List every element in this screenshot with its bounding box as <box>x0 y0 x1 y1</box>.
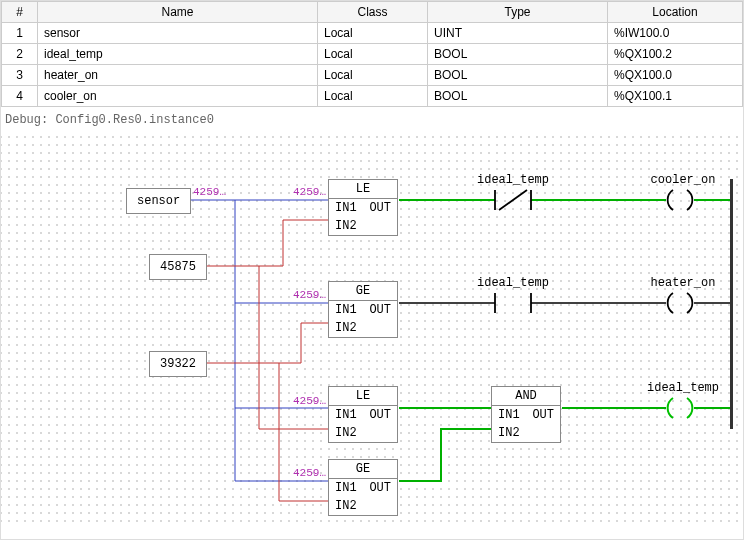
table-row[interactable]: 3 heater_on Local BOOL %QX100.0 <box>2 65 743 86</box>
row-location[interactable]: %QX100.1 <box>608 86 743 107</box>
row-class[interactable]: Local <box>318 86 428 107</box>
fb-pin-in1: IN1 <box>335 481 357 495</box>
coil-label-cooler-on: cooler_on <box>641 173 725 187</box>
col-location[interactable]: Location <box>608 2 743 23</box>
debug-instance-label: Debug: Config0.Res0.instance0 <box>5 113 743 127</box>
variable-table[interactable]: # Name Class Type Location 1 sensor Loca… <box>1 1 743 107</box>
row-type[interactable]: BOOL <box>428 86 608 107</box>
fb-pin-in2: IN2 <box>335 321 357 335</box>
fb-ge-1[interactable]: GE IN1OUT IN2 <box>328 281 398 338</box>
row-type[interactable]: BOOL <box>428 65 608 86</box>
fb-le-2[interactable]: LE IN1OUT IN2 <box>328 386 398 443</box>
row-num: 1 <box>2 23 38 44</box>
fb-title: GE <box>329 282 397 301</box>
ladder-canvas[interactable]: sensor 45875 39322 LE IN1OUT IN2 GE IN1O… <box>1 131 744 527</box>
fb-title: GE <box>329 460 397 479</box>
wire-value-le2-in1: 4259… <box>293 395 326 407</box>
wire-value-ge1-in1: 4259… <box>293 289 326 301</box>
col-name[interactable]: Name <box>38 2 318 23</box>
row-location[interactable]: %QX100.2 <box>608 44 743 65</box>
row-name[interactable]: ideal_temp <box>38 44 318 65</box>
row-class[interactable]: Local <box>318 23 428 44</box>
fb-pin-out: OUT <box>369 303 391 317</box>
row-class[interactable]: Local <box>318 44 428 65</box>
row-name[interactable]: cooler_on <box>38 86 318 107</box>
fb-pin-in2: IN2 <box>498 426 520 440</box>
row-location[interactable]: %IW100.0 <box>608 23 743 44</box>
wire-value-sensor-out: 4259… <box>193 186 226 198</box>
wire-value-le1-in1: 4259… <box>293 186 326 198</box>
coil-label-ideal-temp: ideal_temp <box>641 381 725 395</box>
fb-pin-in2: IN2 <box>335 426 357 440</box>
row-location[interactable]: %QX100.0 <box>608 65 743 86</box>
fb-pin-out: OUT <box>532 408 554 422</box>
fb-title: LE <box>329 180 397 199</box>
col-num[interactable]: # <box>2 2 38 23</box>
const-hi[interactable]: 45875 <box>149 254 207 280</box>
wire-value-ge2-in1: 4259… <box>293 467 326 479</box>
row-name[interactable]: sensor <box>38 23 318 44</box>
fb-pin-out: OUT <box>369 201 391 215</box>
fb-ge-2[interactable]: GE IN1OUT IN2 <box>328 459 398 516</box>
fb-title: LE <box>329 387 397 406</box>
fb-and[interactable]: AND IN1OUT IN2 <box>491 386 561 443</box>
row-num: 3 <box>2 65 38 86</box>
fb-pin-in1: IN1 <box>498 408 520 422</box>
contact-label-ideal-temp-no: ideal_temp <box>471 276 555 290</box>
coil-label-heater-on: heater_on <box>641 276 725 290</box>
table-row[interactable]: 1 sensor Local UINT %IW100.0 <box>2 23 743 44</box>
fb-pin-in2: IN2 <box>335 219 357 233</box>
contact-label-ideal-temp-nc: ideal_temp <box>471 173 555 187</box>
row-num: 4 <box>2 86 38 107</box>
row-class[interactable]: Local <box>318 65 428 86</box>
const-lo[interactable]: 39322 <box>149 351 207 377</box>
fb-pin-out: OUT <box>369 408 391 422</box>
fb-pin-out: OUT <box>369 481 391 495</box>
fb-le-1[interactable]: LE IN1OUT IN2 <box>328 179 398 236</box>
fb-title: AND <box>492 387 560 406</box>
row-name[interactable]: heater_on <box>38 65 318 86</box>
variable-table-header: # Name Class Type Location <box>2 2 743 23</box>
var-sensor[interactable]: sensor <box>126 188 191 214</box>
table-row[interactable]: 2 ideal_temp Local BOOL %QX100.2 <box>2 44 743 65</box>
fb-pin-in2: IN2 <box>335 499 357 513</box>
fb-pin-in1: IN1 <box>335 201 357 215</box>
row-type[interactable]: BOOL <box>428 44 608 65</box>
table-row[interactable]: 4 cooler_on Local BOOL %QX100.1 <box>2 86 743 107</box>
row-type[interactable]: UINT <box>428 23 608 44</box>
right-power-rail <box>730 179 733 429</box>
col-class[interactable]: Class <box>318 2 428 23</box>
fb-pin-in1: IN1 <box>335 408 357 422</box>
fb-pin-in1: IN1 <box>335 303 357 317</box>
col-type[interactable]: Type <box>428 2 608 23</box>
row-num: 2 <box>2 44 38 65</box>
